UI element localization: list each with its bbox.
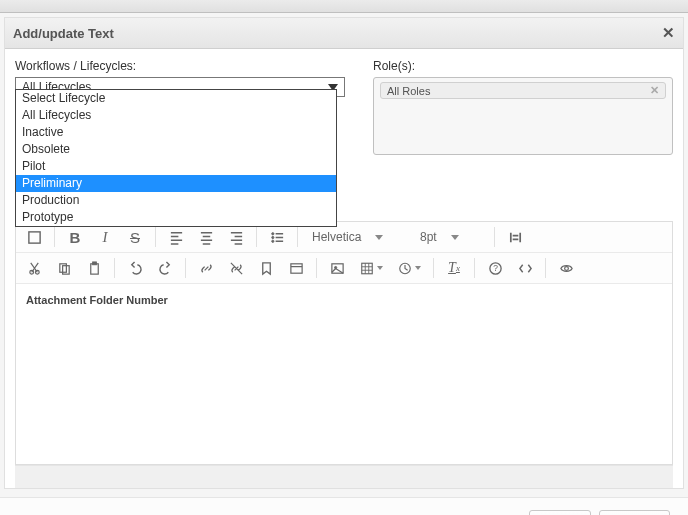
roles-label: Role(s): (373, 59, 673, 73)
bookmark-icon[interactable] (252, 256, 280, 280)
role-pill-label: All Roles (387, 85, 430, 97)
chevron-down-icon (451, 235, 459, 240)
dialog-status-bar (15, 465, 673, 488)
lifecycle-option[interactable]: Prototype (16, 209, 336, 226)
lifecycle-option[interactable]: Pilot (16, 158, 336, 175)
svg-rect-0 (28, 231, 39, 242)
editor-content[interactable]: Attachment Folder Number (16, 284, 672, 464)
checkbox-icon[interactable] (20, 225, 48, 249)
find-icon[interactable] (501, 225, 529, 249)
svg-rect-13 (361, 263, 372, 274)
svg-point-2 (271, 236, 273, 238)
image-icon[interactable] (323, 256, 351, 280)
copy-icon[interactable] (50, 256, 78, 280)
svg-point-17 (564, 266, 568, 270)
lifecycle-dropdown[interactable]: Select LifecycleAll LifecyclesInactiveOb… (15, 89, 337, 227)
bold-icon[interactable]: B (61, 225, 89, 249)
clear-format-icon[interactable]: Tx (440, 256, 468, 280)
unlink-icon[interactable] (222, 256, 250, 280)
strike-icon[interactable]: S (121, 225, 149, 249)
remove-role-icon[interactable]: ✕ (650, 84, 659, 97)
source-icon[interactable] (511, 256, 539, 280)
save-button[interactable]: Save (529, 510, 590, 515)
svg-point-1 (271, 232, 273, 234)
undo-icon[interactable] (121, 256, 149, 280)
editor-text: Attachment Folder Number (26, 294, 168, 306)
unordered-list-icon[interactable] (263, 225, 291, 249)
svg-point-3 (271, 240, 273, 242)
toolbar-row-2: Tx ? (16, 253, 672, 284)
roles-field[interactable]: All Roles ✕ (373, 77, 673, 155)
lifecycle-option[interactable]: Inactive (16, 124, 336, 141)
font-name-value: Helvetica (312, 230, 361, 244)
table-icon[interactable] (353, 256, 389, 280)
svg-text:?: ? (493, 263, 498, 273)
lifecycle-option[interactable]: Preliminary (16, 175, 336, 192)
align-right-icon[interactable] (222, 225, 250, 249)
lifecycle-option[interactable]: Obsolete (16, 141, 336, 158)
dialog: Add/update Text ✕ Workflows / Lifecycles… (4, 17, 684, 489)
chevron-down-icon (375, 235, 383, 240)
link-icon[interactable] (192, 256, 220, 280)
dialog-button-bar: Save Cancel (0, 497, 688, 515)
align-center-icon[interactable] (192, 225, 220, 249)
dialog-header[interactable]: Add/update Text ✕ (5, 18, 683, 49)
clock-icon[interactable] (391, 256, 427, 280)
svg-rect-9 (92, 261, 96, 264)
cut-icon[interactable] (20, 256, 48, 280)
lifecycle-option[interactable]: Production (16, 192, 336, 209)
svg-rect-8 (90, 263, 98, 273)
help-icon[interactable]: ? (481, 256, 509, 280)
font-size-value: 8pt (420, 230, 437, 244)
role-pill[interactable]: All Roles ✕ (380, 82, 666, 99)
workflows-label: Workflows / Lifecycles: (15, 59, 345, 73)
code-block-icon[interactable] (282, 256, 310, 280)
italic-icon[interactable]: I (91, 225, 119, 249)
align-left-icon[interactable] (162, 225, 190, 249)
lifecycle-option[interactable]: Select Lifecycle (16, 90, 336, 107)
svg-rect-10 (290, 263, 301, 272)
font-name-select[interactable]: Helvetica (304, 225, 410, 249)
rich-text-editor: B I S Helvetica 8pt (15, 221, 673, 465)
close-icon[interactable]: ✕ (662, 24, 675, 42)
dialog-title: Add/update Text (13, 26, 114, 41)
preview-icon[interactable] (552, 256, 580, 280)
cancel-button[interactable]: Cancel (599, 510, 670, 515)
lifecycle-option[interactable]: All Lifecycles (16, 107, 336, 124)
paste-icon[interactable] (80, 256, 108, 280)
redo-icon[interactable] (151, 256, 179, 280)
font-size-select[interactable]: 8pt (412, 225, 488, 249)
